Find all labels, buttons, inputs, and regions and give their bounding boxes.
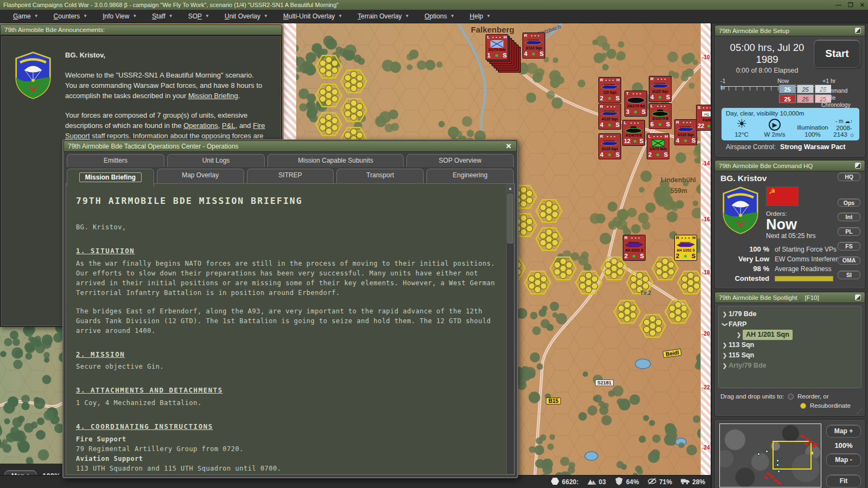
tab-mission-briefing[interactable]: Mission Briefing: [67, 169, 154, 187]
toc-dialog-header[interactable]: 79th Airmobile Bde Tactical Operations C…: [63, 140, 517, 152]
chevron-down-icon: ▼: [169, 14, 173, 18]
announcements-header: 79th Airmobile Bde Announcements:: [0, 24, 282, 35]
tree-item-115-sqn[interactable]: ❯115 Sqn: [721, 350, 859, 361]
resize-grip-icon[interactable]: ⋰: [857, 408, 863, 415]
minimap-zoom-in-button[interactable]: Map +: [826, 425, 861, 438]
minimap-contact-marker: [764, 476, 768, 480]
minimap-contact-marker: [766, 472, 770, 476]
window-controls: —❐✕: [835, 2, 865, 9]
scrollbar-thumb[interactable]: [507, 194, 513, 243]
staff-report-link[interactable]: P&L: [222, 121, 235, 130]
staff-button-oma[interactable]: OMA: [838, 256, 860, 265]
maximize-icon[interactable]: ❐: [848, 2, 853, 9]
staff-button-fs[interactable]: FS: [838, 242, 860, 251]
staff-button-pl[interactable]: PL: [838, 227, 860, 236]
unit-counter-2-115-sqn[interactable]: R• • •2/115 Sqn4S: [649, 76, 672, 102]
airmobile-patch: [720, 185, 761, 235]
mech-infantry-icon: [648, 139, 668, 147]
tree-item-farp[interactable]: ❯FARP: [721, 319, 859, 330]
start-button[interactable]: Start: [814, 40, 860, 68]
menu-staff[interactable]: Staff▼: [144, 11, 180, 22]
tree-item-1-79-bde[interactable]: ❯1/79 Bde: [721, 309, 859, 319]
menu-unit-overlay[interactable]: Unit Overlay▼: [217, 11, 276, 22]
unit-counter-3-115-sqn[interactable]: R• • •3/115 Sqn4S: [598, 133, 621, 159]
chevron-icon[interactable]: ❯: [721, 309, 729, 319]
briefing-scrollbar[interactable]: ▲: [506, 184, 514, 474]
unit-counter-ah-1-201-s[interactable]: R• • •HAH 1/201 S2S: [674, 235, 697, 261]
unit-counter-4-115-sqn[interactable]: R• • •4/115 Sqn4S: [598, 104, 621, 130]
deployment-hex: [678, 271, 704, 294]
chevron-down-icon: ▼: [405, 14, 410, 18]
chevron-icon[interactable]: ❯: [721, 340, 729, 350]
tab-sop-overview[interactable]: SOP Overview: [406, 154, 514, 167]
tree-item-113-sqn[interactable]: ❯113 Sqn: [721, 340, 859, 350]
scroll-up-icon[interactable]: ▲: [507, 184, 514, 192]
app-window: Flashpoint Campaigns Cold War - 3.0.0.98…: [0, 0, 868, 488]
menu-terrain-overlay[interactable]: Terrain Overlay▼: [350, 11, 417, 22]
dragdrop-label: Drag and drop units to:: [720, 393, 784, 400]
cloud-ceiling: - m ☁↑: [833, 118, 855, 124]
staff-button-hq[interactable]: HQ: [838, 172, 860, 181]
minimize-icon[interactable]: —: [835, 2, 841, 9]
briefing-section-heading: 1. SITUATION: [76, 246, 496, 256]
tab-emitters[interactable]: Emitters: [67, 154, 164, 167]
reorder-radio[interactable]: [788, 394, 794, 400]
minimap[interactable]: [719, 423, 821, 487]
close-icon[interactable]: ✕: [505, 142, 513, 150]
chevron-icon[interactable]: ❯: [720, 321, 730, 329]
unit-counter-ah-2-201-s[interactable]: R• • •AH 2/201 S2S: [623, 235, 646, 261]
unit-counter-1-115-sqn[interactable]: R• • •1/115 Sqn4S: [674, 119, 697, 145]
chevron-icon[interactable]: ❯: [735, 330, 743, 340]
briefing-paragraph: 113 UTH Squadron and 115 UTH Squadron un…: [76, 464, 496, 473]
unit-counter-3-1-4-79-b[interactable]: L• • •3/1/4/79 B6S: [649, 103, 672, 129]
panel-collapse-icon[interactable]: [855, 294, 861, 300]
command-hq-header: 79th Airmobile Bde Command HQ: [715, 160, 865, 171]
minimap-panel: Map + 100% Map - Fit: [714, 419, 865, 488]
unit-counter-115-sqn[interactable]: R• • •H115 Sqn2S: [598, 77, 621, 103]
staff-report-link[interactable]: Operations: [183, 121, 218, 130]
spotlight-header: 79th Airmobile Bde Spotlight [F10]: [715, 292, 865, 303]
unit-counter-3-113-sqn[interactable]: R• • •3/113 Sqn4S: [522, 33, 545, 59]
unit-counter-4-1-4-79-b[interactable]: L• • •4/1/4/79 B12S: [622, 120, 645, 146]
temperature: 12°C: [726, 131, 757, 138]
tree-item-arty-79-bde[interactable]: ❯Arty/79 Bde: [721, 361, 859, 371]
menu-sop[interactable]: SOP▼: [181, 11, 217, 22]
briefing-paragraph: 79 Regimental Artillery Group from 0720.: [76, 444, 496, 454]
staff-button-si[interactable]: SI: [838, 271, 860, 279]
chevron-icon[interactable]: ❯: [721, 350, 729, 361]
minimap-zoom-out-button[interactable]: Map -: [826, 453, 861, 466]
resubordinate-radio[interactable]: [800, 403, 806, 409]
chevron-icon[interactable]: ❯: [721, 361, 729, 371]
briefing-title: 79TH AIRMOBILE BDE MISSION BRIEFING: [76, 195, 496, 208]
unit-counter-3-1-79-bde[interactable]: L• • •H3/1/79 Bde1S: [486, 34, 508, 60]
tab-unit-logs[interactable]: Unit Logs: [167, 154, 265, 167]
menu-info-view[interactable]: Info View▼: [95, 11, 144, 22]
panel-collapse-icon[interactable]: [855, 163, 861, 169]
announcements-salutation: BG. Kristov,: [65, 50, 266, 61]
unit-counter-farp[interactable]: S• • •HHQFARP22S: [696, 105, 711, 131]
menu-counters[interactable]: Counters▼: [46, 11, 95, 22]
menu-multi-unit-overlay[interactable]: Multi-Unit Overlay▼: [276, 11, 350, 22]
close-icon[interactable]: ✕: [860, 2, 865, 9]
staff-report-link[interactable]: Mission Briefing: [188, 92, 238, 100]
setup-panel: 79th Airmobile Bde Setup 05:00 hrs, Jul …: [714, 25, 865, 157]
staff-button-int[interactable]: Int: [838, 213, 860, 221]
staff-button-ops[interactable]: Ops: [838, 198, 860, 207]
menu-options[interactable]: Options▼: [417, 11, 462, 22]
panel-collapse-icon[interactable]: [855, 28, 861, 34]
brigade-patch-icon: [13, 50, 53, 326]
tree-item-ah-1-201-sqn[interactable]: ❯AH 1/201 Sqn: [721, 330, 859, 340]
deployment-hex: [640, 314, 666, 337]
minimap-fit-button[interactable]: Fit: [826, 474, 861, 487]
announcement-paragraph: Welcome to the "USSR2-SN1 A Beautiful Mo…: [65, 70, 266, 101]
unit-counter-2-a1-79-bd[interactable]: T• • •2/A1/79 Bd3S: [624, 91, 647, 117]
cycle-box-enemy: 25: [797, 94, 814, 103]
minimap-contact-marker: [800, 435, 805, 439]
tab-mission-capable-subunits[interactable]: Mission Capable Subunits: [267, 154, 404, 167]
menu-game[interactable]: Game▼: [5, 11, 46, 22]
sun-times: 2008-2143 ☼: [833, 125, 855, 138]
map-coordinate-label: -18: [702, 269, 710, 275]
unit-counter-1-4-79-bde[interactable]: L• • •H1/4/79 Bde2S: [647, 133, 669, 159]
airmobile-patch: [13, 50, 53, 100]
menu-help[interactable]: Help▼: [462, 11, 499, 22]
